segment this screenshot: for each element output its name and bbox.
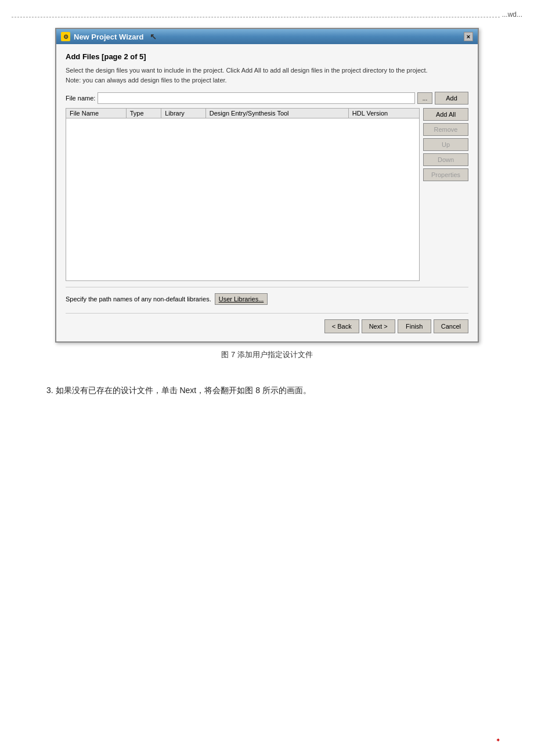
user-libraries-button[interactable]: User Libraries... xyxy=(215,293,268,305)
wizard-desc-line1: Select the design files you want to incl… xyxy=(66,66,468,75)
wizard-dialog: ⚙ New Project Wizard ↖ × Add Files [page… xyxy=(55,28,479,343)
file-name-label: File name: xyxy=(66,95,95,102)
col-library: Library xyxy=(161,109,206,118)
close-button[interactable]: × xyxy=(464,32,473,41)
wizard-body: Add Files [page 2 of 5] Select the desig… xyxy=(56,44,478,341)
properties-button[interactable]: Properties xyxy=(423,168,468,181)
wizard-desc-line2: Note: you can always add design files to… xyxy=(66,75,468,85)
user-libraries-label: Specify the path names of any non-defaul… xyxy=(66,296,211,303)
wizard-app-icon: ⚙ xyxy=(61,32,70,41)
page-content: ⚙ New Project Wizard ↖ × Add Files [page… xyxy=(0,22,534,409)
watermark-text: ...wd... xyxy=(502,10,522,19)
file-name-row: File name: ... Add xyxy=(66,92,468,105)
dashed-line xyxy=(12,17,500,17)
cancel-button[interactable]: Cancel xyxy=(434,319,468,333)
add-all-button[interactable]: Add All xyxy=(423,108,468,121)
down-button[interactable]: Down xyxy=(423,153,468,166)
corner-decoration: ✦ xyxy=(496,737,500,743)
back-button[interactable]: < Back xyxy=(324,319,359,333)
user-libraries-row: Specify the path names of any non-defaul… xyxy=(66,293,468,305)
remove-button[interactable]: Remove xyxy=(423,123,468,136)
bottom-section: Specify the path names of any non-defaul… xyxy=(66,287,468,305)
wizard-title-left: ⚙ New Project Wizard ↖ xyxy=(61,32,157,41)
step3-content: 3. 如果没有已存在的设计文件，单击 Next，将会翻开如图 8 所示的画面。 xyxy=(46,386,311,395)
table-section: File Name Type Library Design Entry/Synt… xyxy=(66,108,420,281)
add-button[interactable]: Add xyxy=(435,92,468,105)
top-bar: ...wd... xyxy=(0,0,534,22)
wizard-description: Select the design files you want to incl… xyxy=(66,66,468,85)
col-type: Type xyxy=(126,109,161,118)
wizard-subtitle: Add Files [page 2 of 5] xyxy=(66,52,468,61)
cursor-icon: ↖ xyxy=(150,32,157,41)
browse-button[interactable]: ... xyxy=(417,92,432,104)
wizard-titlebar: ⚙ New Project Wizard ↖ × xyxy=(56,29,478,44)
right-buttons: Add All Remove Up Down Properties xyxy=(423,108,468,281)
main-area: File Name Type Library Design Entry/Synt… xyxy=(66,108,468,281)
step3-text: 3. 如果没有已存在的设计文件，单击 Next，将会翻开如图 8 所示的画面。 xyxy=(35,383,499,398)
figure-caption: 图 7 添加用户指定设计文件 xyxy=(35,350,499,360)
col-hdl-version: HDL Version xyxy=(348,109,419,118)
next-button[interactable]: Next > xyxy=(362,319,395,333)
finish-button[interactable]: Finish xyxy=(398,319,431,333)
file-table: File Name Type Library Design Entry/Synt… xyxy=(66,108,420,118)
col-design-tool: Design Entry/Synthesis Tool xyxy=(205,109,348,118)
up-button[interactable]: Up xyxy=(423,138,468,151)
file-name-input[interactable] xyxy=(98,92,415,104)
wizard-title: New Project Wizard xyxy=(74,33,144,41)
col-filename: File Name xyxy=(66,109,127,118)
nav-row: < Back Next > Finish Cancel xyxy=(66,313,468,333)
table-body-empty xyxy=(66,118,420,281)
